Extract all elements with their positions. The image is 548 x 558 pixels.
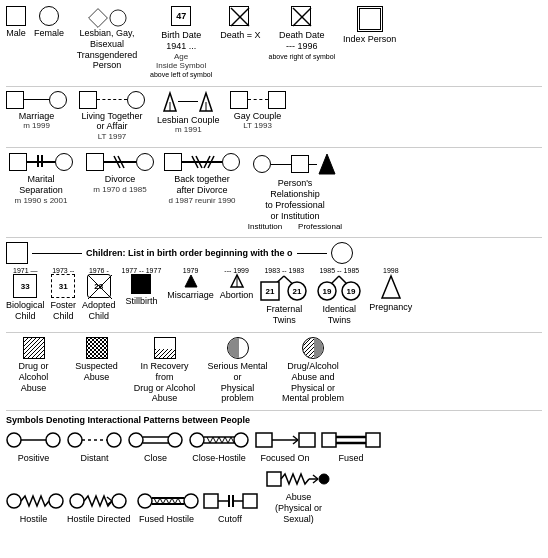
foster-age: 31 (59, 282, 68, 291)
adopted-square: 28 (87, 274, 111, 298)
recovery-label: In Recovery fromDrug or Alcohol Abuse (132, 361, 197, 404)
relationship-symbol: Person's Relationshipto Professional or … (250, 152, 340, 231)
divorce-year: m 1970 d 1985 (93, 185, 146, 194)
lgbtq-label: Lesbian, Gay, BisexualTransgendered Pers… (72, 28, 142, 71)
div-circle-f (136, 153, 154, 171)
divorce-label: Divorce (105, 174, 136, 185)
marriage-year: m 1999 (23, 121, 50, 130)
bt-square-m (164, 153, 182, 171)
rel-circle (253, 155, 271, 173)
legend-page: Male Female Lesbian, Gay, BisexualTransg… (6, 6, 542, 524)
svg-point-44 (7, 433, 21, 447)
miscarriage-symbol: 1979 Miscarriage (167, 267, 214, 301)
svg-point-76 (184, 494, 198, 508)
svg-rect-77 (204, 494, 218, 508)
female-symbol: Female (34, 6, 64, 39)
svg-rect-42 (303, 338, 314, 359)
sep-square-m (9, 153, 27, 171)
death-date-label: Death Date--- 1996 (279, 30, 325, 52)
drug-square (23, 337, 45, 359)
divorce-symbol: Divorce m 1970 d 1985 (86, 152, 154, 194)
drug-mental-svg (303, 338, 324, 359)
identical-label: IdenticalTwins (323, 304, 357, 326)
svg-point-69 (70, 494, 84, 508)
fraternal-year: 1983 -- 1983 (264, 267, 304, 274)
age-label: AgeInside Symbol (156, 52, 206, 70)
male-symbol: Male (6, 6, 26, 39)
fraternal-label: FraternalTwins (266, 304, 302, 326)
svg-point-49 (107, 433, 121, 447)
positive-label: Positive (18, 453, 50, 464)
lesbian-label: Lesbian Couple (157, 115, 220, 126)
stillbirth-label: Stillbirth (125, 296, 157, 307)
sep-circle-f (55, 153, 73, 171)
identical-year: 1985 -- 1985 (319, 267, 359, 274)
children-line-left (32, 253, 82, 255)
close-svg (128, 429, 183, 451)
close-hostile-label: Close-Hostile (192, 453, 246, 464)
bio-year: 1971 — (13, 267, 38, 274)
lgbtq-symbol: Lesbian, Gay, BisexualTransgendered Pers… (72, 6, 142, 71)
female-label: Female (34, 28, 64, 39)
svg-rect-82 (243, 494, 257, 508)
fraternal-twins-symbol: 1983 -- 1983 21 21 FraternalTwins (259, 267, 309, 326)
bt-circle-f (222, 153, 240, 171)
bio-label: BiologicalChild (6, 300, 45, 322)
abortion-svg (230, 274, 244, 288)
fused-label: Fused (338, 453, 363, 464)
foster-year: 1973 -- (52, 267, 74, 274)
abuse-pattern: Abuse(Physical or Sexual) (264, 468, 334, 524)
div-slash-svg (104, 152, 136, 172)
svg-point-57 (234, 433, 248, 447)
marriage-square-m (6, 91, 24, 109)
gay-sq2 (268, 91, 286, 109)
parent-square (6, 242, 28, 264)
institution-label: Institution (248, 222, 282, 231)
serious-circle (227, 337, 249, 359)
above-right-label: above right of symbol (269, 53, 336, 60)
close-hostile-svg (189, 429, 249, 451)
death-x-svg (229, 6, 251, 28)
lt-circle-f (127, 91, 145, 109)
female-circle (39, 6, 59, 26)
svg-marker-32 (382, 276, 400, 298)
sep-vline1 (37, 155, 39, 167)
back-together-symbol: Back together after Divorce d 1987 reuni… (164, 152, 240, 205)
lesbian-year: m 1991 (175, 125, 202, 134)
drug-mental-label: Drug/Alcohol Abuse andPhysical or Mental… (278, 361, 348, 404)
index-person-symbol: Index Person (343, 6, 396, 45)
svg-text:21: 21 (293, 287, 302, 296)
death-date-x-svg (291, 6, 313, 28)
positive-svg (6, 429, 61, 451)
lt-dashed-line (97, 99, 127, 100)
children-title: Children: List in birth order beginning … (86, 248, 293, 258)
svg-marker-17 (185, 275, 197, 287)
fraternal-twins-svg: 21 21 (259, 274, 309, 302)
adopted-year: 1976 - (89, 267, 109, 274)
abuse-label: Abuse(Physical or Sexual) (264, 492, 334, 524)
div-square-m (86, 153, 104, 171)
professional-label: Professional (298, 222, 342, 231)
death-date-symbol: Death Date--- 1996 above right of symbol (269, 6, 336, 60)
fused-hostile-pattern: Fused Hostile (137, 490, 197, 525)
close-pattern: Close (128, 429, 183, 464)
recovery-symbol: In Recovery fromDrug or Alcohol Abuse (132, 337, 197, 404)
distant-label: Distant (80, 453, 108, 464)
fused-pattern: Fused (321, 429, 381, 464)
living-together-symbol: Living Together or Affair LT 1997 (77, 91, 147, 142)
svg-rect-83 (267, 472, 281, 486)
svg-line-70 (107, 497, 112, 501)
gay-year: LT 1993 (243, 121, 272, 130)
hostile-label: Hostile (20, 514, 48, 525)
hostile-svg (6, 490, 61, 512)
distant-pattern: Distant (67, 429, 122, 464)
rel-institution (291, 155, 309, 173)
svg-point-73 (138, 494, 152, 508)
hostile-directed-svg (69, 490, 129, 512)
abortion-symbol: --- 1999 Abortion (220, 267, 254, 301)
biological-child: 1971 — 33 BiologicalChild (6, 267, 45, 322)
drug-label: Drug or Alcohol Abuse (6, 361, 61, 393)
lesbian-tri2 (198, 91, 214, 113)
lt-label: Living Together or Affair (77, 111, 147, 133)
adopted-diag-svg (88, 275, 112, 299)
